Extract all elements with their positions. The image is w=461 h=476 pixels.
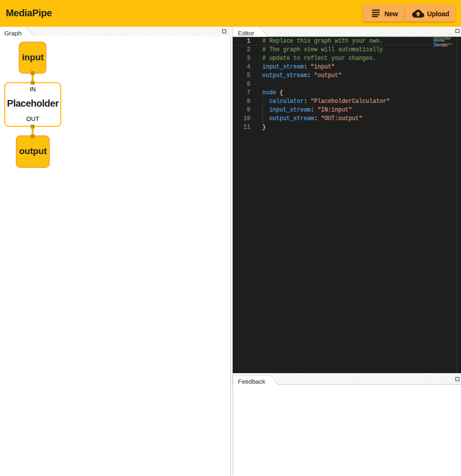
svg-text:output: output <box>19 146 47 156</box>
svg-text:Placeholder: Placeholder <box>7 98 59 109</box>
svg-text:input: input <box>22 52 44 62</box>
svg-text:OUT: OUT <box>26 115 39 122</box>
svg-text:IN: IN <box>30 86 36 93</box>
